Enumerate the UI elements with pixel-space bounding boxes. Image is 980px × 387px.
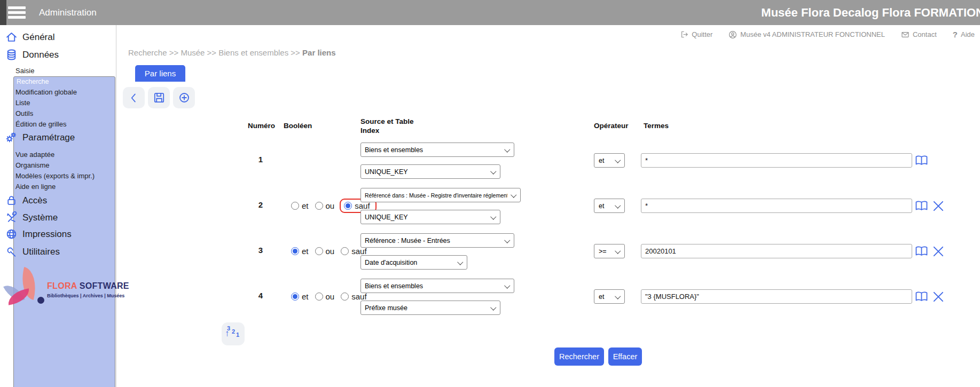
source-select-row4: Biens et ensembles xyxy=(360,279,514,293)
operator-select[interactable]: et xyxy=(594,199,625,213)
sidebar-item-outils[interactable]: Outils xyxy=(15,108,33,119)
terms-input-row3[interactable] xyxy=(641,244,912,258)
source-select-row3: Référence : Musée - Entrées xyxy=(360,233,514,248)
source-select[interactable]: Biens et ensembles xyxy=(360,279,514,293)
delete-row-icon[interactable] xyxy=(931,199,945,213)
operator-select[interactable]: et xyxy=(594,153,625,168)
contact-link[interactable]: Contact xyxy=(901,30,937,39)
index-select[interactable]: Préfixe musée xyxy=(360,301,500,315)
flora-software-logo: FLORA SOFTWARE Bibliothèques | Archives … xyxy=(6,268,113,309)
operator-select-row3: >= xyxy=(594,244,625,258)
sidebar-item-general[interactable]: Général xyxy=(5,31,54,43)
breadcrumb-current: Par liens xyxy=(302,48,336,57)
index-select[interactable]: UNIQUE_KEY xyxy=(360,164,500,179)
radio-ou[interactable]: ou xyxy=(315,201,335,210)
sidebar-item-parametrage[interactable]: Paramétrage xyxy=(5,131,75,144)
header-source-index: Source et Table Index xyxy=(360,116,414,135)
row-number: 1 xyxy=(250,155,271,164)
source-select[interactable]: Référence : Musée - Entrées xyxy=(360,233,514,248)
plus-circle-icon xyxy=(178,91,191,104)
row-number: 2 xyxy=(250,200,271,209)
sidebar-item-liste[interactable]: Liste xyxy=(15,98,30,108)
logout-icon xyxy=(680,30,688,38)
index-select-row2: UNIQUE_KEY xyxy=(360,210,500,224)
topbar-edge xyxy=(0,0,6,25)
admin-window: Administration Musée Flora Decalog Flora… xyxy=(0,0,980,387)
user-icon xyxy=(728,30,737,39)
operator-select-row4: et xyxy=(594,289,625,304)
operator-select[interactable]: et xyxy=(594,289,625,304)
terms-input-row2[interactable] xyxy=(641,199,912,213)
source-select[interactable]: Biens et ensembles xyxy=(360,143,514,157)
index-select-row3: Date d'acquisition xyxy=(360,255,467,270)
radio-sauf[interactable]: sauf xyxy=(341,292,366,301)
logo-name: FLORA SOFTWARE xyxy=(47,281,129,291)
operator-select[interactable]: >= xyxy=(594,244,625,258)
globe-icon xyxy=(5,228,18,240)
radio-et[interactable]: et xyxy=(291,247,309,256)
sidebar-item-vue-adaptee[interactable]: Vue adaptée xyxy=(15,149,54,160)
quit-link[interactable]: Quitter xyxy=(680,30,712,38)
index-book-icon[interactable] xyxy=(914,290,929,303)
tab-par-liens[interactable]: Par liens xyxy=(135,65,185,82)
sidebar-item-modification-globale[interactable]: Modification globale xyxy=(15,87,77,97)
search-button[interactable]: Rechercher xyxy=(554,347,604,366)
add-criterion-button[interactable] xyxy=(173,87,195,108)
sort-up-arrow-icon: ↑ xyxy=(225,328,230,339)
floppy-save-icon xyxy=(153,91,166,104)
sidebar-divider xyxy=(116,25,116,387)
boolean-radios-row4: et ou sauf xyxy=(291,288,367,304)
terms-input-row4[interactable] xyxy=(641,289,912,304)
sidebar-item-edition-de-grilles[interactable]: Édition de grilles xyxy=(15,119,66,129)
boolean-radios-row3: et ou sauf xyxy=(291,243,367,259)
index-select[interactable]: Date d'acquisition xyxy=(360,255,467,270)
save-button[interactable] xyxy=(148,87,170,108)
sidebar-item-donnees[interactable]: Données xyxy=(5,49,59,61)
source-select[interactable]: Référencé dans : Musée - Registre d'inve… xyxy=(360,188,521,202)
chevron-left-icon xyxy=(128,92,140,104)
toolbar xyxy=(123,87,195,108)
index-select-row4: Préfixe musée xyxy=(360,301,500,315)
index-select[interactable]: UNIQUE_KEY xyxy=(360,210,500,224)
delete-row-icon[interactable] xyxy=(931,244,945,258)
radio-sauf[interactable]: sauf xyxy=(344,201,370,210)
sidebar-item-saisie[interactable]: Saisie xyxy=(15,66,34,76)
sidebar-item-utilitaires[interactable]: Utilitaires xyxy=(5,246,60,258)
top-bar: Administration Musée Flora Decalog Flora… xyxy=(0,0,980,25)
radio-ou[interactable]: ou xyxy=(315,247,335,256)
app-title: Administration xyxy=(39,0,97,25)
clear-button[interactable]: Effacer xyxy=(608,347,642,366)
row-number: 4 xyxy=(250,291,271,300)
index-book-icon[interactable] xyxy=(914,200,929,212)
sidebar-item-aide-en-ligne[interactable]: Aide en ligne xyxy=(15,181,56,192)
header-booleen: Booléen xyxy=(284,116,312,136)
logo-dot xyxy=(37,297,44,304)
question-mark-icon: ? xyxy=(953,30,958,39)
operator-select-row1: et xyxy=(594,153,625,168)
sidebar-item-modeles[interactable]: Modèles (exports & impr.) xyxy=(15,171,95,181)
row-number: 3 xyxy=(250,246,271,255)
index-book-icon[interactable] xyxy=(914,154,929,167)
terms-input-row1[interactable] xyxy=(641,153,912,168)
sidebar-item-impressions[interactable]: Impressions xyxy=(5,228,72,240)
window-title: Musée Flora Decalog Flora FORMATION xyxy=(761,0,980,25)
sort-order-button[interactable]: 3 2 1 ↑ xyxy=(222,322,245,345)
radio-ou[interactable]: ou xyxy=(315,292,335,301)
user-account[interactable]: Musée v4 ADMINISTRATEUR FONCTIONNEL xyxy=(728,30,885,39)
help-link[interactable]: ? Aide xyxy=(953,30,975,39)
sidebar-item-organisme[interactable]: Organisme xyxy=(15,160,50,170)
delete-row-icon[interactable] xyxy=(931,290,945,304)
radio-sauf[interactable]: sauf xyxy=(341,247,366,256)
index-book-icon[interactable] xyxy=(914,245,929,258)
sidebar-item-systeme[interactable]: Système xyxy=(5,211,58,224)
envelope-icon xyxy=(901,30,910,39)
radio-et[interactable]: et xyxy=(291,201,309,210)
back-button[interactable] xyxy=(123,87,145,108)
source-select-row1: Biens et ensembles xyxy=(360,143,514,157)
radio-et[interactable]: et xyxy=(291,292,309,301)
source-select-row2: Référencé dans : Musée - Registre d'inve… xyxy=(360,188,521,202)
hamburger-menu-icon[interactable] xyxy=(8,6,26,19)
operator-select-row2: et xyxy=(594,199,625,213)
header-termes: Termes xyxy=(644,116,669,136)
sidebar-item-acces[interactable]: Accès xyxy=(5,194,47,207)
